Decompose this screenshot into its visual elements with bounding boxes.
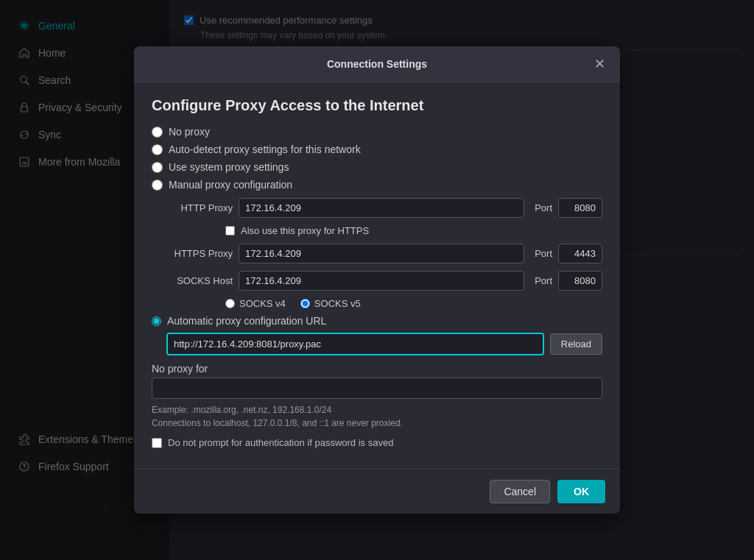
no-proxy-label[interactable]: No proxy [169,126,210,138]
dialog-header: Connection Settings ✕ [134,46,620,82]
dialog-footer: Cancel OK [134,469,620,514]
do-not-prompt-checkbox[interactable] [152,438,162,448]
socks-v4-radio[interactable] [225,299,235,308]
https-proxy-input[interactable] [239,244,524,263]
auto-detect-option[interactable]: Auto-detect proxy settings for this netw… [152,143,602,155]
system-proxy-radio[interactable] [152,162,163,173]
no-proxy-for-input[interactable] [152,378,602,399]
no-proxy-radio[interactable] [152,127,163,138]
reload-button[interactable]: Reload [550,333,602,355]
socks-v5-label[interactable]: SOCKS v5 [300,298,361,309]
https-port-input[interactable] [558,244,602,263]
https-port-label: Port [535,248,552,259]
also-https-checkbox[interactable] [225,226,235,235]
http-port-input[interactable] [558,198,602,218]
also-https-label: Also use this proxy for HTTPS [241,225,369,236]
socks-v5-radio[interactable] [300,299,310,308]
also-https-row: Also use this proxy for HTTPS [152,225,602,236]
no-proxy-for-label: No proxy for [152,363,602,375]
auto-proxy-option[interactable]: Automatic proxy configuration URL [152,315,602,327]
ok-button[interactable]: OK [557,480,605,503]
do-not-prompt-label: Do not prompt for authentication if pass… [168,437,393,448]
example-text: Example: .mozilla.org, .net.nz, 192.168.… [152,403,602,430]
socks-host-label: SOCKS Host [166,275,233,286]
https-proxy-row: HTTPS Proxy Port [152,244,602,263]
http-port-label: Port [535,202,552,213]
dialog-title: Connection Settings [163,58,591,70]
socks-host-input[interactable] [239,271,524,291]
auto-detect-label[interactable]: Auto-detect proxy settings for this netw… [169,143,361,155]
http-proxy-label: HTTP Proxy [166,202,233,213]
auto-proxy-radio[interactable] [152,316,161,326]
socks-port-input[interactable] [558,271,602,291]
auto-proxy-label[interactable]: Automatic proxy configuration URL [167,315,326,327]
dialog-overlay: Connection Settings ✕ Configure Proxy Ac… [0,0,754,560]
dialog-section-title: Configure Proxy Access to the Internet [152,97,602,114]
connection-settings-dialog: Connection Settings ✕ Configure Proxy Ac… [134,46,620,514]
http-proxy-row: HTTP Proxy Port [152,198,602,218]
no-proxy-option[interactable]: No proxy [152,126,602,138]
system-proxy-label[interactable]: Use system proxy settings [169,161,289,173]
socks-host-row: SOCKS Host Port [152,271,602,291]
auto-proxy-url-input[interactable] [166,333,544,355]
manual-proxy-label[interactable]: Manual proxy configuration [169,179,292,191]
socks-port-label: Port [535,275,552,286]
socks-v4-label[interactable]: SOCKS v4 [225,298,286,309]
http-proxy-input[interactable] [239,198,524,218]
system-proxy-option[interactable]: Use system proxy settings [152,161,602,173]
auto-detect-radio[interactable] [152,144,163,155]
dialog-body: Configure Proxy Access to the Internet N… [134,82,620,469]
close-button[interactable]: ✕ [591,55,608,73]
auto-proxy-input-row: Reload [152,333,602,355]
cancel-button[interactable]: Cancel [490,480,550,503]
manual-proxy-option[interactable]: Manual proxy configuration [152,179,602,191]
https-proxy-label: HTTPS Proxy [166,248,233,259]
manual-proxy-radio[interactable] [152,180,163,191]
socks-version-row: SOCKS v4 SOCKS v5 [152,298,602,309]
do-not-prompt-row: Do not prompt for authentication if pass… [152,437,602,448]
